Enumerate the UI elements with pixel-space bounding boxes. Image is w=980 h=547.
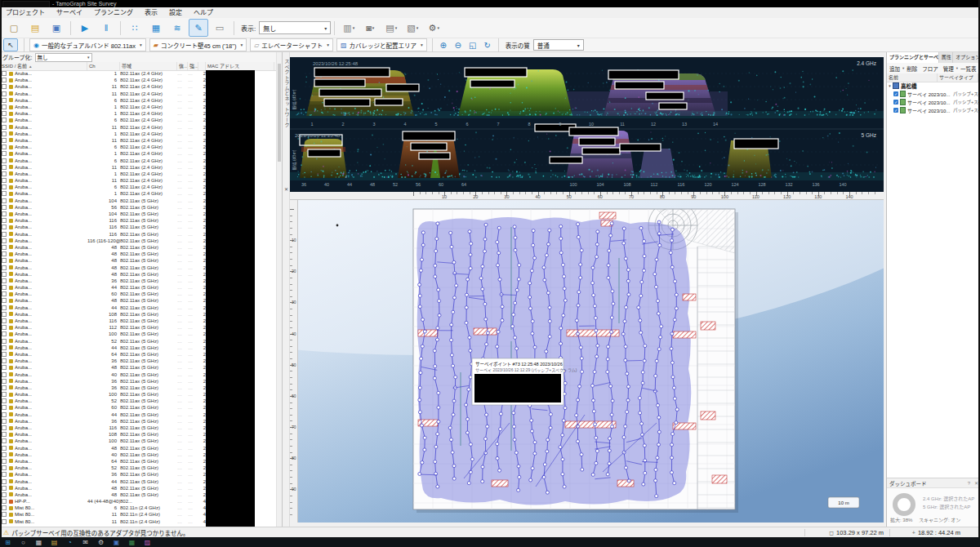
rp-column-0[interactable]: 名前 [887, 73, 938, 82]
survey-point[interactable] [486, 425, 489, 428]
survey-point[interactable] [469, 253, 472, 256]
menu-item-1[interactable]: サーベイ [51, 7, 88, 18]
survey-point[interactable] [559, 446, 562, 449]
row-checkbox[interactable] [2, 291, 7, 296]
row-checkbox[interactable] [2, 352, 7, 357]
survey-point[interactable] [575, 414, 578, 417]
survey-point[interactable] [670, 332, 674, 336]
survey-point[interactable] [641, 371, 644, 374]
survey-point[interactable] [467, 388, 470, 391]
row-checkbox[interactable] [2, 412, 7, 417]
survey-point[interactable] [626, 269, 630, 272]
wall-type-select[interactable]: ▰コンクリート壁45 cm ('18")▾ [149, 38, 247, 51]
survey-point[interactable] [611, 425, 614, 429]
fit-page-icon[interactable]: ◱ [466, 39, 479, 51]
row-checkbox[interactable] [2, 185, 7, 189]
survey-point[interactable] [513, 438, 516, 442]
survey-point[interactable] [579, 276, 582, 279]
draw-mode-icon[interactable]: ✎ [189, 19, 208, 37]
survey-point[interactable] [639, 294, 643, 297]
survey-point[interactable] [532, 243, 535, 247]
row-checkbox[interactable] [2, 138, 7, 143]
row-checkbox[interactable] [2, 312, 7, 317]
survey-point[interactable] [497, 226, 501, 229]
row-checkbox[interactable] [2, 165, 7, 170]
survey-point[interactable] [484, 223, 488, 226]
survey-point[interactable] [592, 399, 595, 402]
survey-point[interactable] [654, 374, 657, 377]
survey-point[interactable] [450, 438, 453, 442]
survey-point[interactable] [450, 339, 453, 342]
survey-point[interactable] [675, 307, 678, 310]
column-header-2[interactable]: 帯域 [120, 62, 177, 70]
survey-point[interactable] [501, 318, 504, 322]
survey-point[interactable] [626, 398, 630, 402]
survey-point[interactable] [436, 433, 439, 436]
column-header-6[interactable]: MAC アドレス [206, 62, 274, 70]
survey-point[interactable] [437, 406, 440, 409]
survey-point[interactable] [564, 299, 567, 302]
save-project-icon[interactable]: ▣ [47, 19, 66, 37]
survey-point[interactable] [577, 235, 580, 238]
survey-point[interactable] [469, 442, 472, 446]
row-checkbox[interactable] [2, 265, 7, 270]
survey-point[interactable] [673, 397, 676, 400]
survey-point[interactable] [438, 314, 441, 317]
settings-icon[interactable]: ⚙ [93, 537, 109, 547]
survey-point[interactable] [657, 232, 661, 235]
survey-point[interactable] [637, 306, 640, 309]
survey-point[interactable] [546, 491, 549, 494]
survey-point[interactable] [578, 385, 581, 388]
snapshot-icon[interactable]: ◙▾ [360, 19, 380, 37]
survey-point[interactable] [453, 296, 457, 300]
survey-point[interactable] [562, 419, 565, 422]
survey-point[interactable] [670, 239, 674, 242]
survey-point[interactable] [577, 223, 580, 226]
survey-point[interactable] [455, 284, 458, 287]
survey-point[interactable] [643, 269, 646, 272]
survey-point[interactable] [671, 433, 675, 436]
survey-point[interactable] [434, 445, 438, 448]
survey-point[interactable] [547, 242, 550, 246]
row-checkbox[interactable] [2, 398, 7, 403]
survey-point[interactable] [655, 285, 658, 288]
survey-point[interactable] [622, 227, 626, 230]
survey-point[interactable] [671, 376, 675, 379]
survey-point[interactable] [670, 361, 674, 364]
survey-point[interactable] [624, 257, 627, 260]
survey-point[interactable] [530, 269, 533, 273]
survey-point[interactable] [562, 263, 565, 266]
survey-point[interactable] [466, 278, 470, 281]
area-select[interactable]: ▨カバレッジと配置エリア▾ [336, 38, 427, 51]
survey-point[interactable] [673, 482, 676, 485]
survey-point[interactable] [627, 293, 630, 296]
column-header-0[interactable]: SSID / 名前▲ [0, 62, 87, 70]
survey-point-mode-icon[interactable]: ∷ [125, 19, 145, 37]
survey-point[interactable] [621, 332, 625, 336]
survey-point[interactable] [548, 306, 551, 309]
row-checkbox[interactable] [2, 492, 7, 497]
explorer-icon[interactable]: ▤ [47, 537, 62, 547]
survey-point[interactable] [564, 407, 567, 410]
survey-point[interactable] [434, 264, 437, 267]
survey-point[interactable] [513, 225, 516, 229]
survey-point[interactable] [581, 370, 584, 373]
row-checkbox[interactable] [2, 425, 7, 430]
survey-point[interactable] [563, 287, 566, 291]
survey-point[interactable] [485, 343, 488, 346]
survey-point[interactable] [533, 256, 537, 260]
survey-point[interactable] [514, 451, 518, 455]
survey-point[interactable] [657, 348, 661, 351]
survey-point[interactable] [481, 465, 484, 469]
survey-checkbox[interactable]: ✓ [893, 91, 898, 96]
survey-point[interactable] [433, 376, 436, 380]
survey-point[interactable] [612, 302, 615, 305]
survey-point[interactable] [593, 371, 596, 374]
survey-point[interactable] [622, 242, 626, 245]
report-icon[interactable]: ▤▾ [381, 19, 401, 37]
link-floors-icon[interactable]: ▥▾ [339, 19, 359, 37]
survey-point[interactable] [470, 458, 474, 461]
survey-point[interactable] [675, 293, 678, 296]
row-checkbox[interactable] [2, 379, 7, 384]
survey-point[interactable] [545, 254, 548, 257]
